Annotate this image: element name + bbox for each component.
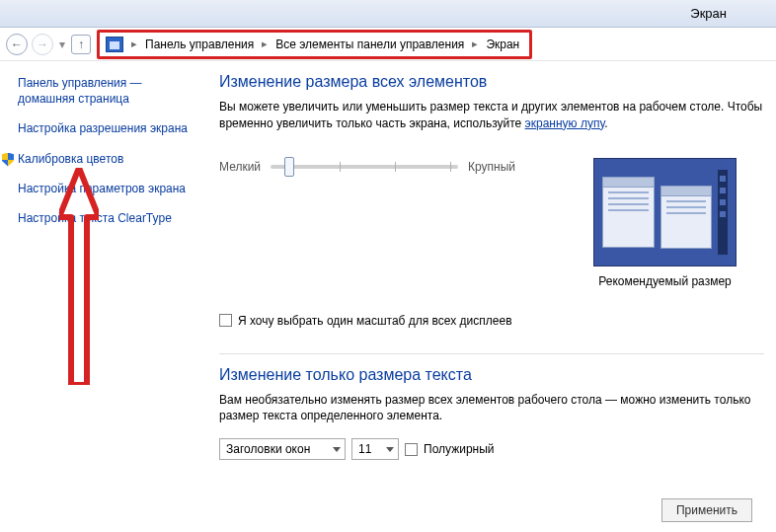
- sidebar-link-resolution[interactable]: Настройка разрешения экрана: [18, 120, 194, 136]
- single-scale-label[interactable]: Я хочу выбрать один масштаб для всех дис…: [238, 314, 512, 328]
- apply-button[interactable]: Применить: [661, 498, 752, 522]
- breadcrumb-item-all-items[interactable]: Все элементы панели управления: [272, 38, 468, 51]
- breadcrumb: ▸ Панель управления ▸ Все элементы панел…: [97, 30, 532, 59]
- back-button[interactable]: ←: [6, 34, 28, 55]
- sidebar-link-cleartype[interactable]: Настройка текста ClearType: [18, 210, 194, 226]
- description-text-only: Вам необязательно изменять размер всех э…: [219, 392, 764, 425]
- single-scale-checkbox[interactable]: [219, 314, 232, 327]
- sidebar-link-color-calibration[interactable]: Калибровка цветов: [18, 151, 194, 167]
- up-button[interactable]: ↑: [71, 35, 91, 54]
- breadcrumb-item-control-panel[interactable]: Панель управления: [141, 38, 258, 51]
- magnifier-link[interactable]: экранную лупу: [525, 116, 605, 130]
- chevron-right-icon[interactable]: ▸: [470, 38, 480, 50]
- chevron-right-icon[interactable]: ▸: [260, 38, 270, 50]
- chevron-right-icon[interactable]: ▸: [129, 38, 139, 50]
- preview-caption: Рекомендуемый размер: [593, 274, 737, 288]
- breadcrumb-item-display[interactable]: Экран: [482, 38, 523, 51]
- sidebar: Панель управления — домашняя страница На…: [0, 61, 207, 532]
- control-panel-icon: [106, 37, 123, 52]
- preview-image: [593, 158, 737, 266]
- heading-resize-all: Изменение размера всех элементов: [219, 73, 764, 91]
- preview-panel: Рекомендуемый размер: [593, 158, 737, 288]
- footer: Применить: [661, 498, 752, 522]
- chevron-down-icon: [333, 447, 341, 452]
- bold-label[interactable]: Полужирный: [424, 442, 495, 456]
- font-size-select[interactable]: 11: [351, 438, 399, 460]
- slider-thumb[interactable]: [284, 157, 294, 177]
- chevron-down-icon: [386, 447, 394, 452]
- heading-text-only: Изменение только размера текста: [219, 366, 764, 384]
- window-title: Экран: [690, 6, 727, 21]
- sidebar-link-home[interactable]: Панель управления — домашняя страница: [18, 75, 194, 107]
- slider-label-small: Мелкий: [219, 160, 261, 174]
- main-panel: Изменение размера всех элементов Вы може…: [207, 61, 776, 532]
- size-slider[interactable]: [271, 165, 458, 169]
- sidebar-link-display-params[interactable]: Настройка параметров экрана: [18, 181, 194, 196]
- title-bar: Экран: [0, 0, 776, 28]
- history-dropdown-icon[interactable]: ▾: [59, 38, 65, 51]
- slider-label-large: Крупный: [468, 160, 515, 174]
- divider: [219, 353, 764, 354]
- element-select[interactable]: Заголовки окон: [219, 438, 346, 460]
- single-scale-row: Я хочу выбрать один масштаб для всех дис…: [219, 314, 764, 328]
- nav-bar: ← → ▾ ↑ ▸ Панель управления ▸ Все элемен…: [0, 28, 776, 61]
- forward-button[interactable]: →: [32, 34, 53, 55]
- description-resize-all: Вы можете увеличить или уменьшить размер…: [219, 99, 764, 132]
- bold-checkbox[interactable]: [405, 443, 418, 456]
